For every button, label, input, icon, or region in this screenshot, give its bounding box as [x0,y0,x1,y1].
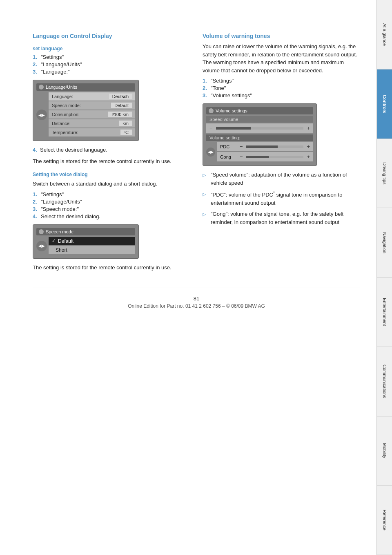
bullet-3: ▷ "Gong": volume of the signal tone, e.g… [203,210,360,226]
screenshot2-rows: ✓ Default Short [49,237,135,255]
voice-dialog-intro: Switch between a standard dialog and a s… [33,180,190,188]
vol-rows: PDC − + Gong − [217,142,313,162]
step4-label: Select the desired language. [40,147,107,153]
bullet-arrow-1: ▷ [203,172,207,187]
right-intro: You can raise or lower the volume of the… [203,43,360,74]
step-2: 2. "Language/Units" [33,61,190,67]
vol-step-2: 2. "Tone" [203,85,360,91]
right-column: Volume of warning tones You can raise or… [203,33,360,275]
step-3: 3. "Language:" [33,69,190,75]
vol-setting-label: Volume setting: [206,134,313,141]
bullet-text-1: "Speed volume": adaptation of the volume… [211,171,360,187]
pdc-row: PDC − + [217,142,313,151]
vol-icon [209,108,214,113]
right-sidebar: At a glance Controls Driving tips Naviga… [376,0,392,555]
lang-row-4: Temperature: °C [49,128,135,137]
nav-arrows-left: ◀▶ [36,110,47,120]
screenshot2-titlebar: Speech mode [36,228,135,235]
screenshot1-rows: Language: Deutsch Speech mode: Default C… [49,92,135,137]
volume-settings-screenshot: Volume settings Speed volume − + Volume … [203,103,317,166]
left-column: Language on Control Display set language… [33,33,190,275]
left-section-title: Language on Control Display [33,33,190,39]
sidebar-tab-entertainment[interactable]: Entertainment [377,278,392,347]
gong-bar-fill [246,156,269,158]
speech-mode-screenshot: Speech mode ◀▶ ✓ Default Short [33,224,139,259]
vd-step-4: 4. Select the desired dialog. [33,213,190,219]
vol-rows-container: ◀▶ PDC − + Gong [206,142,313,162]
vd-step-1: 1. "Settings" [33,191,190,197]
speed-volume-label: Speed volume [206,116,313,123]
gong-bar [246,156,304,158]
voice-dialog-steps: 1. "Settings" 2. "Language/Units" 3. "Sp… [33,191,190,219]
speed-vol-bar [216,127,304,130]
set-language-steps: 1. "Settings" 2. "Language/Units" 3. "La… [33,54,190,75]
lang-row-2: Consumption: l/100 km [49,110,135,119]
vol-step-3: 3. "Volume settings" [203,92,360,98]
page-number: 81 [33,295,360,302]
screenshot2-icon [39,229,44,234]
screenshot2-rows-container: ◀▶ ✓ Default Short [36,237,135,255]
page-container: Language on Control Display set language… [0,0,392,555]
sidebar-label-at-a-glance: At a glance [382,23,387,46]
speed-vol-bar-fill [216,127,251,130]
right-section-title: Volume of warning tones [203,33,360,39]
bullet-1: ▷ "Speed volume": adaptation of the volu… [203,171,360,187]
sidebar-tab-reference[interactable]: Reference [377,486,392,555]
bullet-2: ▷ "PDC": volume of the PDC* signal tone … [203,190,360,207]
vol-steps: 1. "Settings" 2. "Tone" 3. "Volume setti… [203,78,360,98]
nav-arrows-speech: ◀▶ [36,241,47,251]
vol-titlebar: Volume settings [206,107,313,114]
language-units-screenshot: Language/Units ◀▶ Language: Deutsch Spee… [33,80,139,141]
bullet-text-2: "PDC": volume of the PDC* signal tone in… [211,190,360,207]
sidebar-tab-navigation[interactable]: Navigation [377,208,392,278]
sidebar-label-entertainment: Entertainment [382,298,387,326]
footer-text: Online Edition for Part no. 01 41 2 602 … [33,303,360,309]
sidebar-label-reference: Reference [382,510,387,530]
main-content: Language on Control Display set language… [0,0,376,555]
lang-row-0: Language: Deutsch [49,92,135,101]
sidebar-tab-at-a-glance[interactable]: At a glance [377,0,392,69]
gong-row: Gong − + [217,152,313,161]
bullet-text-3: "Gong": volume of the signal tone, e.g. … [211,210,360,226]
sidebar-tab-driving-tips[interactable]: Driving tips [377,139,392,208]
screenshot1-icon [39,85,44,90]
screenshot1-titlebar: Language/Units [36,83,135,91]
screenshot1-rows-container: ◀▶ Language: Deutsch Speech mode: Defaul… [36,92,135,137]
sidebar-label-driving-tips: Driving tips [382,162,387,184]
lang-row-1: Speech mode: Default [49,101,135,110]
bullet-arrow-2: ▷ [203,191,207,207]
step4-text: 4. Select the desired language. [33,146,190,154]
nav-arrows-vol: ◀▶ [206,148,215,157]
speech-row-default: ✓ Default [49,237,135,245]
lang-row-3: Distance: km [49,119,135,128]
sidebar-tab-communications[interactable]: Communications [377,347,392,416]
page-footer: 81 Online Edition for Part no. 01 41 2 6… [33,287,360,313]
voice-dialog-subtitle: Setting the voice dialog [33,172,190,177]
sidebar-tab-mobility[interactable]: Mobility [377,416,392,486]
speed-vol-bar-row: − + [206,123,313,133]
pdc-bar-fill [246,145,278,148]
set-language-subtitle: set language [33,46,190,51]
vd-step-2: 2. "Language/Units" [33,199,190,205]
step-1: 1. "Settings" [33,54,190,60]
screenshot1-title: Language/Units [46,85,77,90]
screenshot2-title: Speech mode [46,229,74,234]
sidebar-label-communications: Communications [382,365,387,398]
sidebar-label-navigation: Navigation [382,232,387,253]
step4-num: 4. [33,147,37,153]
vol-bullets: ▷ "Speed volume": adaptation of the volu… [203,171,360,226]
two-column-layout: Language on Control Display set language… [33,33,360,275]
sidebar-label-controls: Controls [382,95,387,113]
vol-title: Volume settings [216,108,247,113]
sidebar-tab-controls[interactable]: Controls [377,69,392,139]
lang-note: The setting is stored for the remote con… [33,157,190,166]
speech-row-short: Short [49,246,135,254]
vol-step-1: 1. "Settings" [203,78,360,84]
bullet-arrow-3: ▷ [203,211,207,226]
pdc-bar [246,145,304,148]
vd-step-3: 3. "Speech mode:" [33,206,190,212]
sidebar-label-mobility: Mobility [382,443,387,458]
speech-note: The setting is stored for the remote con… [33,264,190,272]
